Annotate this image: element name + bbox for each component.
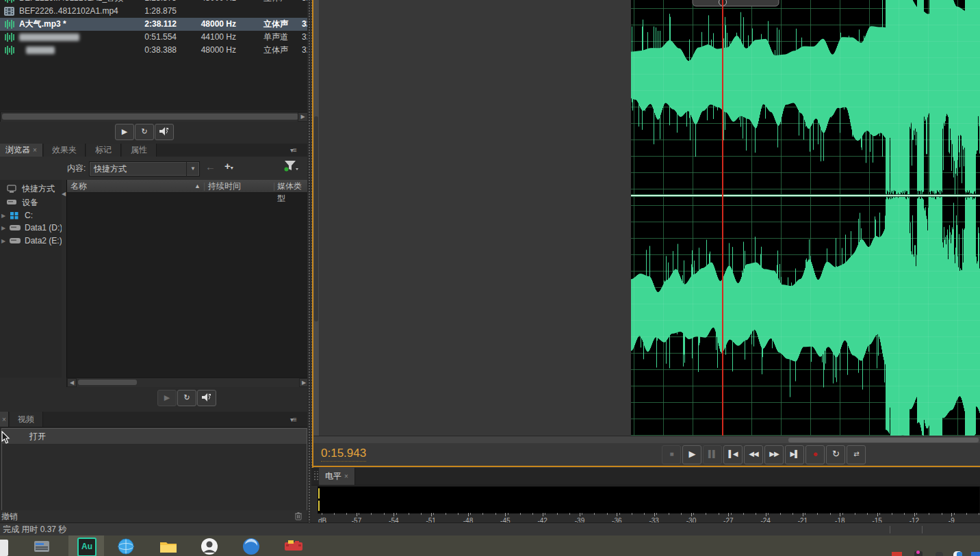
editor-hscrollbar-thumb[interactable] [788,438,979,442]
column-header-media-type[interactable]: 媒体类型 [277,180,308,204]
go-to-end-button[interactable]: ▶▌ [785,445,804,464]
db-scale: dB -57-54-51-48-45-42-39-36-33-30-27-24-… [311,513,980,522]
record-button[interactable]: ● [805,445,825,464]
preview-play-button[interactable]: ▶ [115,124,134,140]
video-panel-body: 打开 [1,428,307,511]
tray-icon[interactable] [936,552,943,556]
list-hscrollbar[interactable]: ◀ ▶ [66,378,309,388]
taskbar-app-notes[interactable] [0,540,8,556]
filter-icon[interactable] [284,160,299,172]
add-shortcut-icon[interactable]: +▾ [224,160,233,172]
tab-effects-rack[interactable]: 效果夹 [44,144,86,157]
db-minor-tick [669,513,669,515]
taskbar-app-system-utility[interactable] [33,538,51,555]
tree-item-data2-drive[interactable]: ▶ Data2 (E:) [0,235,62,248]
file-row[interactable]: BEF2226...4812102A1_音频 1:28.875 48000 Hz… [0,0,307,5]
db-minor-tick [482,513,483,515]
db-major-tick [431,513,432,516]
content-dropdown[interactable]: 快捷方式 ▼ [89,161,200,176]
close-icon[interactable]: × [2,416,6,423]
taskbar-app-internet-explorer[interactable] [117,538,135,555]
column-header-duration[interactable]: 持续时间 [208,180,241,192]
file-bit-depth: 32 [302,18,307,31]
expand-arrow-icon[interactable]: ▶ [1,209,5,222]
vertical-scrollbar-thumb[interactable] [314,116,318,321]
tab-properties[interactable]: 属性 [122,144,157,157]
cut-tab-stub[interactable]: × [0,412,9,427]
level-meter[interactable] [318,486,980,514]
db-minor-tick [594,513,595,515]
file-row[interactable]: 0:38.388 48000 Hz 立体声 32 [0,44,307,57]
rewind-button[interactable]: ◀◀ [744,445,763,464]
tab-video[interactable]: 视频 [10,412,43,427]
preview-loop-button[interactable]: ↻ [135,124,154,140]
sort-ascending-icon[interactable]: ▲ [194,180,201,192]
editor-left-strip[interactable] [313,0,319,436]
status-bar: 完成 用时 0.37 秒 [0,522,980,536]
scroll-right-arrow[interactable]: ▶ [298,112,308,122]
tab-browser[interactable]: 浏览器× [0,144,43,157]
db-minor-tick [830,513,831,515]
waveform-display[interactable] [631,0,980,436]
file-channels: 立体声 [263,44,298,57]
panel-menu-icon[interactable]: ▾≡ [290,146,296,154]
scroll-left-arrow[interactable]: ◀ [67,378,77,387]
db-minor-tick [532,513,533,515]
go-to-start-button[interactable]: ▌◀ [723,445,743,464]
db-minor-tick [446,513,446,515]
preview-speaker-button[interactable] [197,390,216,406]
history-footer: 撤销 [0,510,307,522]
tree-item-shortcuts[interactable]: 快捷方式 [0,183,62,196]
loop-playback-button[interactable]: ↻ [826,445,845,464]
open-menu-item[interactable]: 打开 [2,429,307,445]
db-minor-tick [433,513,434,515]
tab-markers[interactable]: 标记 [86,144,121,157]
column-header-name[interactable]: 名称 [70,180,87,192]
media-browser-toolbar: 内容: 快捷方式 ▼ ← +▾ [0,157,307,181]
tray-icon[interactable] [971,552,980,556]
waveform-file-icon [4,0,15,3]
tree-item-devices[interactable]: 设备 [0,196,62,209]
taskbar-app-file-explorer[interactable] [159,538,177,555]
back-arrow-icon[interactable]: ← [205,161,216,172]
shortcut-icon [7,185,16,193]
file-row-selected[interactable]: A大气.mp3 * 2:38.112 48000 Hz 立体声 32 [0,18,307,31]
tree-splitter[interactable]: ◀ [62,180,66,378]
stop-button[interactable]: ■ [662,445,681,464]
preview-speaker-button[interactable] [155,124,174,140]
file-row[interactable]: BEF2226..4812102A1.mp4 1:28.875 [0,5,307,18]
taskbar-app-user-avatar[interactable] [201,538,218,555]
close-icon[interactable]: × [344,473,348,480]
panel-grip[interactable] [313,471,318,481]
file-duration: 0:38.388 [129,44,177,57]
files-preview-bar: ▶ ↻ [0,122,307,143]
taskbar-app-blue-browser[interactable] [242,538,260,555]
media-browser-tabbar: 浏览器× 效果夹 标记 属性 ▾≡ [0,144,307,157]
list-hscrollbar-thumb[interactable] [78,380,137,385]
file-row[interactable]: 0:51.554 44100 Hz 单声道 32 [0,31,307,44]
preview-play-button[interactable]: ▶ [157,390,177,406]
panel-grip[interactable] [307,0,312,522]
collapse-arrow-icon[interactable]: ◀ [62,191,66,197]
expand-arrow-icon[interactable]: ▶ [1,222,5,235]
tab-levels[interactable]: 电平× [319,468,355,485]
tree-item-c-drive[interactable]: ▶ C: [0,209,62,222]
expand-arrow-icon[interactable]: ▶ [1,235,5,248]
taskbar-app-red-app[interactable] [284,538,302,555]
db-minor-tick [966,513,967,515]
files-hscrollbar[interactable]: ▶ [0,111,309,122]
tree-item-data1-drive[interactable]: ▶ Data1 (D:) [0,222,62,235]
pause-button[interactable]: ▌▌ [703,445,722,464]
skip-selection-button[interactable]: ⇄ [847,445,866,464]
trash-icon[interactable] [294,512,302,520]
taskbar-app-adobe-audition[interactable]: Au [77,538,96,556]
preview-loop-button[interactable]: ↻ [177,390,196,406]
close-icon[interactable]: × [33,146,37,154]
play-button[interactable]: ▶ [682,445,701,464]
taskbar-active-tile[interactable]: Au [68,535,104,556]
panel-menu-icon[interactable]: ▾≡ [290,416,296,423]
files-hscrollbar-thumb[interactable] [2,114,298,120]
current-time-display[interactable]: 0:15.943 [321,447,366,462]
tray-icon[interactable] [892,552,902,556]
fast-forward-button[interactable]: ▶▶ [764,445,784,464]
